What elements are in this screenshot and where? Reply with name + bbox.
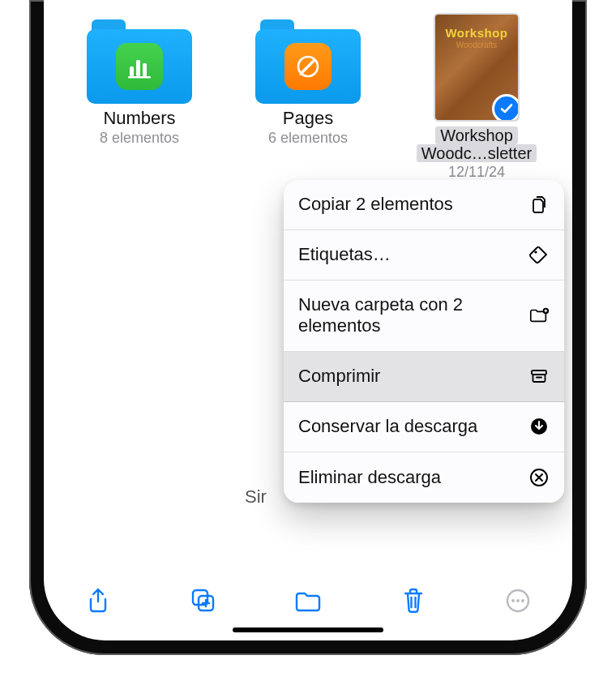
thumb-subtitle: Woodcrafts bbox=[435, 41, 518, 49]
share-button[interactable] bbox=[83, 585, 113, 616]
download-keep-icon bbox=[528, 416, 550, 437]
bottom-toolbar bbox=[44, 580, 572, 621]
svg-rect-1 bbox=[136, 60, 140, 76]
device-frame: Numbers 8 elementos P bbox=[29, 0, 587, 655]
thumb-title: Workshop bbox=[435, 26, 518, 40]
svg-line-5 bbox=[301, 61, 314, 74]
share-icon bbox=[86, 587, 110, 615]
svg-point-6 bbox=[534, 251, 537, 253]
svg-rect-9 bbox=[533, 375, 545, 382]
numbers-app-icon bbox=[116, 43, 163, 90]
item-date: 12/11/24 bbox=[448, 164, 505, 181]
trash-icon bbox=[401, 587, 426, 615]
svg-point-16 bbox=[511, 599, 515, 602]
folder-numbers[interactable]: Numbers 8 elementos bbox=[65, 13, 214, 181]
menu-item-label: Comprimir bbox=[298, 366, 380, 387]
menu-item-label: Conservar la descarga bbox=[298, 416, 477, 437]
menu-item-label: Copiar 2 elementos bbox=[298, 194, 453, 215]
menu-item-label: Etiquetas… bbox=[298, 244, 391, 265]
tag-icon bbox=[528, 245, 550, 266]
duplicate-button[interactable] bbox=[188, 585, 219, 616]
context-menu: Copiar 2 elementos Etiquetas… Nueva carp… bbox=[284, 180, 564, 503]
menu-item-tags[interactable]: Etiquetas… bbox=[284, 230, 564, 281]
archive-icon bbox=[528, 366, 550, 387]
item-subtitle: 8 elementos bbox=[100, 130, 179, 147]
home-indicator[interactable] bbox=[233, 627, 383, 632]
svg-point-17 bbox=[516, 599, 520, 602]
duplicate-icon bbox=[190, 587, 217, 615]
svg-point-18 bbox=[521, 599, 524, 602]
move-folder-icon bbox=[293, 589, 323, 613]
menu-item-new-folder[interactable]: Nueva carpeta con 2 elementos bbox=[284, 281, 564, 352]
screen: Numbers 8 elementos P bbox=[44, 0, 572, 640]
file-grid: Numbers 8 elementos P bbox=[44, 0, 572, 181]
svg-rect-3 bbox=[128, 76, 151, 78]
menu-item-remove-download[interactable]: Eliminar descarga bbox=[284, 452, 564, 503]
pages-app-icon bbox=[284, 43, 332, 90]
delete-button[interactable] bbox=[398, 585, 429, 616]
menu-item-copy[interactable]: Copiar 2 elementos bbox=[284, 180, 564, 230]
item-name: Pages bbox=[283, 109, 333, 128]
copy-icon bbox=[528, 195, 550, 216]
remove-download-icon bbox=[528, 467, 550, 488]
svg-rect-0 bbox=[130, 66, 134, 76]
more-button[interactable] bbox=[503, 585, 533, 616]
selection-checkmark-icon bbox=[492, 94, 520, 122]
menu-item-keep-download[interactable]: Conservar la descarga bbox=[284, 402, 564, 452]
menu-item-compress[interactable]: Comprimir bbox=[284, 352, 564, 402]
move-button[interactable] bbox=[293, 585, 323, 616]
item-name: Workshop Woodc…sletter bbox=[417, 126, 537, 162]
document-thumbnail: Workshop Woodcrafts bbox=[434, 13, 520, 122]
svg-rect-2 bbox=[143, 63, 147, 76]
folder-icon bbox=[255, 13, 361, 104]
folder-pages[interactable]: Pages 6 elementos bbox=[233, 13, 383, 181]
new-folder-icon bbox=[528, 305, 550, 326]
menu-item-label: Eliminar descarga bbox=[298, 467, 441, 488]
folder-icon bbox=[87, 13, 192, 104]
item-subtitle: 6 elementos bbox=[268, 130, 348, 147]
menu-item-label: Nueva carpeta con 2 elementos bbox=[298, 294, 509, 337]
background-text-fragment: Sir bbox=[245, 486, 267, 508]
file-workshop-newsletter[interactable]: Workshop Woodcrafts Workshop Woodc…slett… bbox=[402, 13, 551, 181]
more-icon bbox=[505, 588, 531, 614]
item-name: Numbers bbox=[103, 109, 175, 128]
